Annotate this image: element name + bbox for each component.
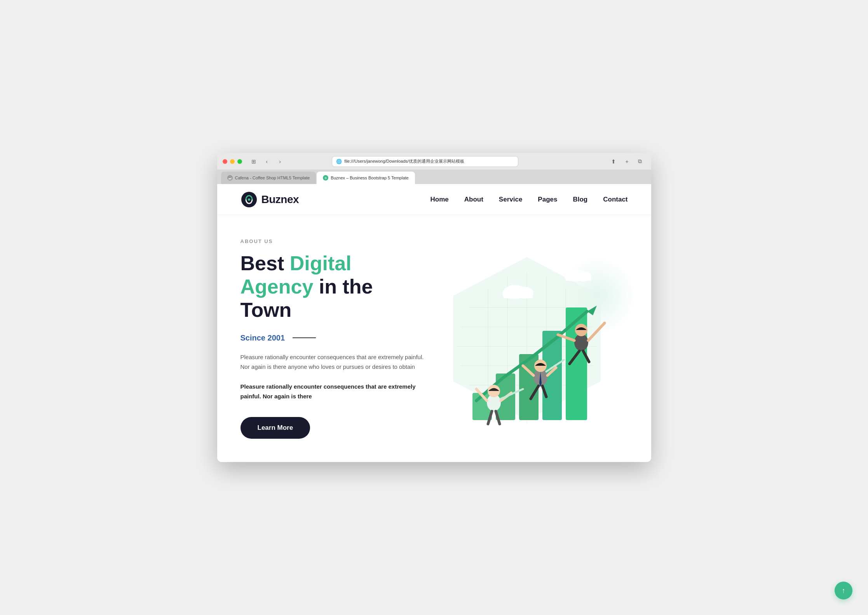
logo-text: Buznex — [261, 193, 299, 206]
svg-point-1 — [248, 198, 250, 201]
scroll-top-icon: ↑ — [842, 587, 845, 595]
svg-rect-32 — [566, 277, 591, 281]
nav-contact[interactable]: Contact — [603, 196, 627, 203]
logo-icon — [241, 191, 258, 208]
sidebar-button[interactable]: ⧉ — [634, 156, 645, 167]
learn-more-button[interactable]: Learn More — [241, 417, 310, 439]
minimize-button[interactable] — [230, 159, 235, 164]
logo-link[interactable]: Buznex — [241, 191, 299, 208]
tab-cafena-label: Cafena - Coffee Shop HTML5 Template — [235, 175, 310, 180]
nav-about[interactable]: About — [464, 196, 483, 203]
website-content: Buznex Home About Service Pages Blog Con… — [217, 184, 651, 462]
tab-buznex-label: Buznex – Business Bootstrap 5 Template — [331, 175, 408, 180]
nav-pages[interactable]: Pages — [538, 196, 557, 203]
browser-action-buttons: ⬆ + ⧉ — [608, 156, 645, 167]
globe-icon: 🌐 — [336, 159, 342, 164]
browser-controls: ⊞ ‹ › — [248, 156, 286, 167]
traffic-lights — [223, 159, 242, 164]
svg-rect-28 — [504, 294, 533, 298]
tab-cafena-favicon: ☕ — [227, 175, 233, 181]
nav-links: Home About Service Pages Blog Contact — [431, 196, 628, 203]
forward-button[interactable]: › — [275, 156, 286, 167]
browser-tabs: ☕ Cafena - Coffee Shop HTML5 Template B … — [217, 170, 651, 184]
since-text: Scince 2001 — [241, 334, 285, 342]
hero-illustration — [426, 241, 628, 436]
sidebar-toggle-button[interactable]: ⊞ — [248, 156, 259, 167]
browser-titlebar: ⊞ ‹ › 🌐 file:///Users/janewong/Downloads… — [217, 153, 651, 170]
tab-cafena[interactable]: ☕ Cafena - Coffee Shop HTML5 Template — [221, 172, 316, 184]
hero-description-bold: Pleasure rationally encounter consequenc… — [241, 382, 426, 401]
nav-blog[interactable]: Blog — [573, 196, 587, 203]
new-tab-button[interactable]: + — [621, 156, 632, 167]
since-line: Scince 2001 — [241, 334, 426, 342]
svg-point-23 — [574, 334, 588, 351]
hero-svg — [426, 245, 628, 432]
hero-title: Best Digital Agency in the Town — [241, 252, 426, 321]
close-button[interactable] — [223, 159, 227, 164]
address-text: file:///Users/janewong/Downloads/优质的通用企业… — [344, 158, 464, 164]
hero-content: ABOUT US Best Digital Agency in the Town… — [241, 238, 426, 438]
share-button[interactable]: ⬆ — [608, 156, 619, 167]
maximize-button[interactable] — [237, 159, 242, 164]
tab-buznex[interactable]: B Buznex – Business Bootstrap 5 Template — [317, 172, 415, 184]
back-button[interactable]: ‹ — [261, 156, 272, 167]
address-bar[interactable]: 🌐 file:///Users/janewong/Downloads/优质的通用… — [332, 156, 518, 167]
since-divider — [293, 337, 316, 338]
hero-title-part1: Best — [241, 252, 290, 274]
hero-description: Pleasure rationally encounter consequenc… — [241, 352, 426, 372]
nav-home[interactable]: Home — [431, 196, 449, 203]
nav-service[interactable]: Service — [499, 196, 523, 203]
browser-window: ⊞ ‹ › 🌐 file:///Users/janewong/Downloads… — [217, 153, 651, 462]
about-label: ABOUT US — [241, 238, 426, 244]
site-nav: Buznex Home About Service Pages Blog Con… — [217, 184, 651, 215]
tab-buznex-favicon: B — [323, 175, 328, 181]
scroll-top-button[interactable]: ↑ — [835, 582, 852, 599]
hero-section: ABOUT US Best Digital Agency in the Town… — [217, 215, 651, 462]
